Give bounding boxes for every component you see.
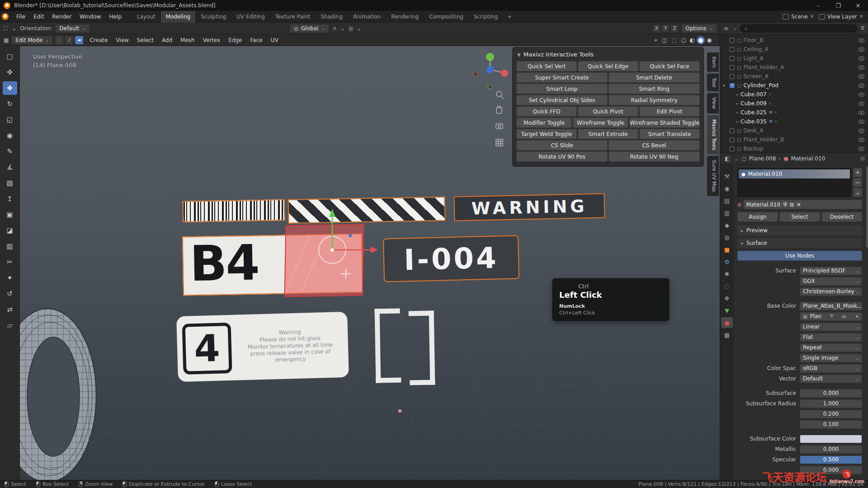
- snap-magnet-icon[interactable]: ∩: [332, 25, 338, 32]
- menu-select[interactable]: Select: [133, 34, 158, 46]
- outliner-row-plant-holder-b[interactable]: ▢Plant_Holder_B: [720, 135, 868, 144]
- preview-section-header[interactable]: ▸ Preview: [737, 225, 862, 235]
- chevron-down-icon[interactable]: ⌄: [733, 156, 739, 161]
- maxivz-target-weld-toggle-button[interactable]: Target Weld Toggle: [516, 129, 577, 139]
- overlays-icon[interactable]: ◫: [661, 37, 668, 43]
- tool-bevel-icon[interactable]: ◪: [3, 224, 17, 237]
- workspace-tab-shading[interactable]: Shading: [316, 11, 348, 23]
- maxivz-cs-slide-button[interactable]: CS Slide: [516, 140, 608, 150]
- menu-add[interactable]: Add: [158, 34, 176, 46]
- maxivz-rotate-uv-90-pos-button[interactable]: Rotate UV 90 Pos: [516, 151, 608, 162]
- viewport-controls[interactable]: [494, 89, 506, 157]
- material-name-field[interactable]: Material.010 ⛨ ⧉ ✕: [743, 200, 862, 209]
- property-field-metallic[interactable]: 0.000: [800, 445, 862, 454]
- 3d-viewport[interactable]: ▢✜✥↻◱◉✎∡▧↥▣◪▥✂✦↺⇄▱ User Perspective (14)…: [0, 46, 720, 480]
- properties-tab-material[interactable]: ●: [721, 317, 733, 328]
- blender-menu-icon[interactable]: [2, 13, 9, 20]
- properties-tab-output[interactable]: ▤: [721, 195, 733, 206]
- axis-toggle-x[interactable]: X: [652, 24, 660, 33]
- duplicate-material-icon[interactable]: ⧉: [790, 202, 794, 208]
- maxivz-smart-delete-button[interactable]: Smart Delete: [609, 72, 700, 83]
- browse-material-icon[interactable]: ◍: [737, 202, 742, 207]
- view-layer-selector[interactable]: View Layer ✕: [819, 14, 863, 20]
- workspace-tab-animation[interactable]: Animation: [348, 11, 386, 23]
- workspace-tab-texture-paint[interactable]: Texture Paint: [270, 11, 316, 23]
- assign-button[interactable]: Assign: [737, 212, 778, 222]
- properties-tab-constraints[interactable]: ✥: [721, 293, 733, 304]
- deselect-button[interactable]: Deselect: [821, 212, 862, 222]
- property-field-surface[interactable]: Principled BSDF: [800, 267, 862, 275]
- menu-vertex[interactable]: Vertex: [199, 34, 225, 46]
- tool-cursor-icon[interactable]: ✜: [3, 66, 17, 79]
- property-field-subsurface[interactable]: 0.000: [800, 389, 862, 398]
- workspace-tab-sculpting[interactable]: Sculpting: [196, 11, 231, 23]
- use-nodes-button[interactable]: Use Nodes: [737, 251, 862, 261]
- barcode-texture-plate[interactable]: [183, 199, 285, 222]
- vertex-select-mode[interactable]: ◦: [55, 36, 64, 45]
- shading-wireframe[interactable]: ○: [679, 36, 688, 44]
- number-4-warning-plate[interactable]: 4 Warning Please do not hit glass Monito…: [176, 312, 349, 382]
- unlink-material-icon[interactable]: ✕: [797, 202, 801, 208]
- material-slot-list[interactable]: ● Material.010: [737, 168, 851, 197]
- scrollbar[interactable]: [866, 166, 868, 248]
- maxivz-quick-pivot-button[interactable]: Quick Pivot: [578, 106, 638, 117]
- selection-checkbox[interactable]: [730, 83, 735, 88]
- property-field-plan[interactable]: ▨Plan⛨🗁✕: [800, 312, 862, 321]
- outliner-row-cylinder-pod[interactable]: ▾▢Cylinder_Pod: [720, 81, 868, 90]
- selection-checkbox[interactable]: [730, 128, 735, 133]
- maxivz-smart-translate-button[interactable]: Smart Translate: [639, 129, 700, 139]
- xray-toggle-icon[interactable]: ⬚: [671, 37, 678, 43]
- outliner-row-light-a[interactable]: ▢Light_A: [720, 54, 868, 63]
- visibility-eye-icon[interactable]: [859, 75, 864, 79]
- snap-target-dropdown-icon[interactable]: ⌄: [339, 25, 345, 32]
- pin-icon[interactable]: ⊙: [860, 155, 865, 162]
- tool-extrude-icon[interactable]: ↥: [3, 192, 17, 206]
- maxivz-panel-title[interactable]: ▼Maxivz Interactive Tools: [516, 50, 700, 61]
- visibility-eye-icon[interactable]: [859, 66, 864, 70]
- maximize-button[interactable]: ❐: [828, 0, 848, 11]
- select-button[interactable]: Select: [779, 212, 820, 222]
- property-field-0-100[interactable]: 0.100: [800, 420, 862, 429]
- visibility-eye-icon[interactable]: [859, 138, 864, 142]
- add-slot-button[interactable]: +: [853, 168, 862, 177]
- maxivz-cs-bevel-button[interactable]: CS Bevel: [609, 140, 700, 150]
- maxivz-radial-symmetry-button[interactable]: Radial Symmetry: [609, 95, 700, 105]
- surface-section-header[interactable]: ▾ Surface: [737, 238, 862, 248]
- options-dropdown[interactable]: Options ⌄: [681, 24, 717, 33]
- property-field-ggx[interactable]: GGX: [800, 277, 862, 286]
- tool-move-icon[interactable]: ✥: [3, 81, 17, 95]
- maxivz-smart-loop-button[interactable]: Smart Loop: [516, 84, 608, 94]
- maxivz-modifier-toggle-button[interactable]: Modifier Toggle: [516, 117, 572, 128]
- maxivz-smart-extrude-button[interactable]: Smart Extrude: [578, 129, 638, 139]
- menu-uv[interactable]: UV: [267, 34, 283, 46]
- menu-edge[interactable]: Edge: [224, 34, 246, 46]
- visibility-eye-icon[interactable]: [859, 38, 864, 42]
- maxivz-set-cylindrical-obj-sides-button[interactable]: Set Cylindrical Obj Sides: [516, 95, 608, 105]
- sidebar-tab-maxivz-tools[interactable]: Maxivz Tools: [707, 115, 719, 155]
- axis-toggle-y[interactable]: Y: [661, 24, 670, 33]
- menu-view[interactable]: View: [112, 34, 132, 46]
- unlink-image-icon[interactable]: ✕: [853, 314, 859, 319]
- outliner-row-floor-b[interactable]: ▢Floor_B: [720, 36, 868, 45]
- visibility-eye-icon[interactable]: [859, 147, 864, 151]
- selection-checkbox[interactable]: [730, 56, 735, 61]
- property-field-color-spac[interactable]: sRGB: [800, 364, 862, 373]
- tool-poly-build-icon[interactable]: ✦: [3, 271, 17, 285]
- orientation-dropdown[interactable]: Default ⌄: [55, 24, 90, 33]
- workspace-tab-uv-editing[interactable]: UV Editing: [231, 11, 270, 23]
- face-select-mode[interactable]: ▰: [75, 36, 84, 45]
- visibility-eye-icon[interactable]: [859, 93, 864, 97]
- workspace-tab-modeling[interactable]: Modeling: [161, 11, 196, 23]
- properties-tab-physics[interactable]: ◌: [721, 281, 733, 291]
- editor-type-icon[interactable]: ▦: [3, 37, 9, 43]
- filter-icon[interactable]: ∇: [860, 25, 865, 32]
- scene-x-icon[interactable]: ✕: [810, 14, 814, 19]
- visibility-eye-icon[interactable]: [859, 56, 864, 61]
- property-field-0-200[interactable]: 0.200: [800, 410, 862, 418]
- tool-select-box-icon[interactable]: ▢: [3, 50, 17, 63]
- editor-type-icon[interactable]: ⛶: [3, 25, 8, 32]
- property-field-vector[interactable]: Default: [800, 375, 862, 383]
- workspace-tab-compositing[interactable]: Compositing: [424, 11, 468, 23]
- fake-user-shield-icon[interactable]: ⛨: [828, 314, 834, 319]
- visibility-eye-icon[interactable]: [859, 129, 864, 133]
